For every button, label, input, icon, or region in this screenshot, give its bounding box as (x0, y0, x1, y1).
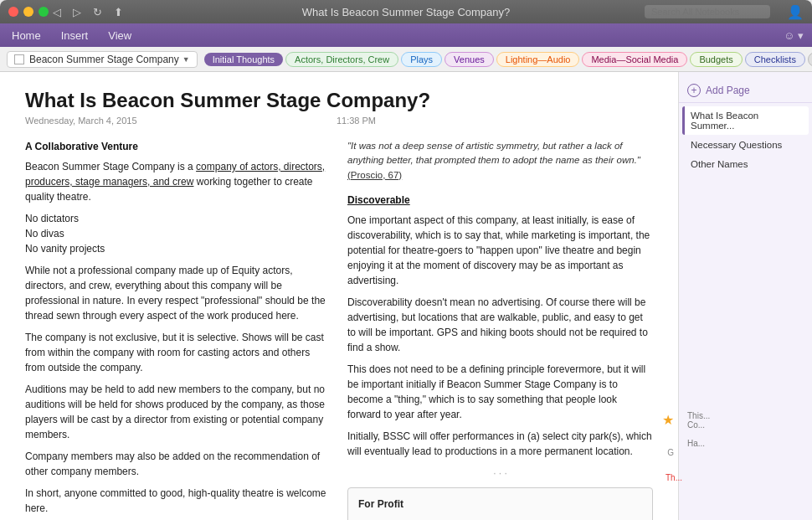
add-page-label: Add Page (706, 85, 750, 96)
partial-item-2: Ha... (687, 439, 804, 448)
add-page-button[interactable]: + Add Page (679, 79, 812, 103)
account-icon[interactable]: ☺ ▾ (784, 29, 804, 42)
dropdown-arrow-icon: ▼ (182, 55, 190, 64)
para-no-dictators: No dictatorsNo divasNo vanity projects (25, 211, 331, 256)
user-icon[interactable]: 👤 (787, 4, 804, 20)
tab-miscellaneous[interactable]: Miscellaneous (808, 52, 812, 67)
date-text: Wednesday, March 4, 2015 (25, 116, 137, 126)
heading-discoverable: Discoverable (347, 193, 653, 208)
tab-venues[interactable]: Venues (445, 52, 494, 67)
para-professional: While not a professional company made up… (25, 263, 331, 323)
para-auditions: Auditions may be held to add new members… (25, 382, 331, 442)
notebook-name: Beacon Summer Stage Company (29, 54, 179, 65)
para-recommendation: Company members may also be added on the… (25, 449, 331, 479)
sidebar-star-icon: ★ (662, 413, 674, 427)
two-column-layout: A Collaborative Venture Beacon Summer St… (25, 139, 653, 520)
notebook-title[interactable]: Beacon Summer Stage Company ▼ (7, 51, 198, 68)
minimize-button[interactable] (23, 7, 33, 17)
tab-media[interactable]: Media—Social Media (582, 52, 687, 67)
tab-budgets[interactable]: Budgets (690, 52, 742, 67)
title-bar: ◁ ▷ ↻ ⬆ What Is Beacon Summer Stage Comp… (0, 0, 812, 23)
th-annotation: Th... (666, 473, 682, 482)
sidebar-page-other-names[interactable]: Other Names (682, 155, 809, 173)
forward-icon[interactable]: ▷ (70, 6, 84, 18)
sidebar-partial-content: This...Co... Ha... (679, 408, 812, 451)
divider: · · · (347, 466, 653, 481)
back-icon[interactable]: ◁ (50, 6, 64, 18)
heading-collaborative: A Collaborative Venture (25, 139, 331, 154)
maximize-button[interactable] (39, 7, 49, 17)
close-button[interactable] (8, 7, 18, 17)
tab-actors[interactable]: Actors, Directors, Crew (285, 52, 398, 67)
tabs-container: Initial Thoughts Actors, Directors, Crew… (204, 52, 812, 67)
g-annotation: G (667, 448, 674, 457)
nav-view[interactable]: View (105, 28, 135, 44)
sync-icon[interactable]: ↻ (90, 6, 105, 18)
tab-initial-thoughts[interactable]: Initial Thoughts (204, 53, 283, 66)
right-column: "It was not a deep sense of artistic sym… (347, 139, 653, 520)
right-sidebar: + Add Page What Is Beacon Summer... Nece… (678, 72, 812, 520)
para-discover-4: Initially, BSSC will offer performances … (347, 429, 653, 459)
document-date: Wednesday, March 4, 2015 11:38 PM (25, 116, 653, 126)
nav-bar: Home Insert View ☺ ▾ (0, 23, 812, 47)
tab-lighting[interactable]: Lighting—Audio (496, 52, 580, 67)
share-icon[interactable]: ⬆ (111, 6, 126, 18)
search-input[interactable] (645, 5, 770, 18)
nav-icons: ◁ ▷ ↻ ⬆ (50, 6, 126, 18)
tab-plays[interactable]: Plays (401, 52, 442, 67)
tab-checklists[interactable]: Checklists (745, 52, 805, 67)
partial-item-1: This...Co... (687, 411, 804, 430)
sidebar-page-what-is-label: What Is Beacon Summer... (691, 111, 758, 131)
sidebar-page-necessary[interactable]: Necessary Questions (682, 136, 809, 154)
para-discover-1: One important aspect of this company, at… (347, 213, 653, 288)
para-welcome: In short, anyone committed to good, high… (25, 486, 331, 516)
callout-heading: For Profit (358, 497, 642, 512)
callout-para-1: Nope, not saying anyone's going to get r… (358, 517, 642, 520)
time-text: 11:38 PM (337, 116, 376, 126)
document-title: What Is Beacon Summer Stage Company? (25, 89, 653, 112)
sidebar-page-what-is[interactable]: What Is Beacon Summer... (682, 106, 809, 135)
para-collaborative-1: Beacon Summer Stage Company is a company… (25, 159, 331, 204)
add-page-icon: + (687, 84, 701, 97)
main-area: What Is Beacon Summer Stage Company? Wed… (0, 72, 812, 520)
sidebar-page-other-names-label: Other Names (691, 159, 748, 169)
nav-insert[interactable]: Insert (58, 28, 92, 44)
notebook-bar: Beacon Summer Stage Company ▼ Initial Th… (0, 47, 812, 72)
document-area[interactable]: What Is Beacon Summer Stage Company? Wed… (0, 72, 678, 520)
underline-company: company of actors, directors, producers,… (25, 161, 325, 188)
para-discover-3: This does not need to be a defining prin… (347, 362, 653, 422)
quote-text: "It was not a deep sense of artistic sym… (347, 141, 640, 165)
quote-source: (Proscio, 67) (347, 170, 402, 180)
callout-for-profit: For Profit Nope, not saying anyone's goi… (347, 487, 653, 520)
notebook-checkbox (14, 54, 24, 64)
para-discover-2: Discoverability doesn't mean no advertis… (347, 295, 653, 355)
window-controls (8, 7, 49, 17)
quote-block: "It was not a deep sense of artistic sym… (347, 139, 653, 183)
para-selective: The company is not exclusive, but it is … (25, 330, 331, 375)
nav-home[interactable]: Home (8, 28, 44, 44)
left-column: A Collaborative Venture Beacon Summer St… (25, 139, 331, 520)
sidebar-page-necessary-label: Necessary Questions (691, 140, 782, 150)
window-title: What Is Beacon Summer Stage Company? (302, 6, 511, 18)
star-annotation: ★ (662, 412, 674, 428)
